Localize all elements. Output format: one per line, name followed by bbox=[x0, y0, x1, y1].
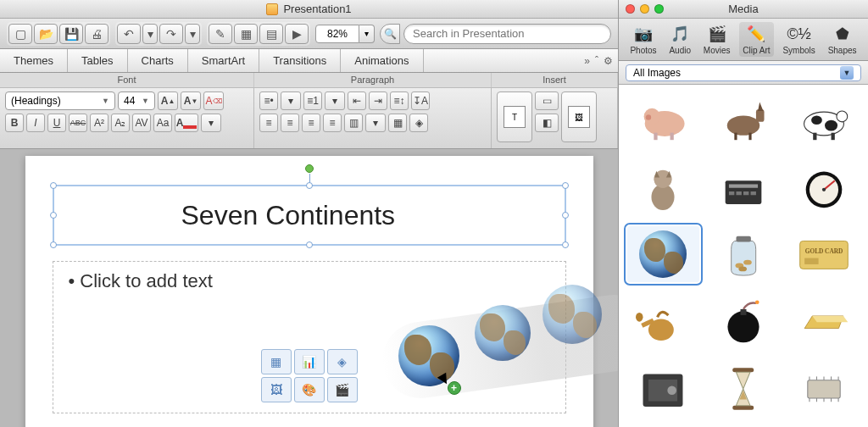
media-tab-symbols[interactable]: ©½Symbols bbox=[779, 22, 818, 57]
clip-globe[interactable] bbox=[627, 226, 699, 282]
globe-dragging[interactable] bbox=[398, 325, 459, 386]
insert-media-icon[interactable]: 🎬 bbox=[327, 377, 358, 402]
clip-watering-can[interactable] bbox=[627, 294, 699, 350]
italic-button[interactable]: I bbox=[26, 114, 45, 132]
tabs-overflow[interactable]: » bbox=[584, 55, 590, 67]
decrease-indent-button[interactable]: ⇤ bbox=[348, 92, 366, 110]
align-left-button[interactable]: ≡ bbox=[259, 114, 278, 132]
insert-chart-icon[interactable]: 📊 bbox=[294, 349, 325, 374]
tab-animations[interactable]: Animations bbox=[341, 49, 423, 72]
tab-charts[interactable]: Charts bbox=[128, 49, 188, 72]
superscript-button[interactable]: A² bbox=[90, 114, 108, 132]
insert-picture-icon[interactable]: 🖼 bbox=[261, 377, 292, 402]
increase-indent-button[interactable]: ⇥ bbox=[369, 92, 387, 110]
align-center-button[interactable]: ≡ bbox=[281, 114, 299, 132]
zoom-window-button[interactable] bbox=[654, 4, 664, 14]
open-button[interactable]: 📂 bbox=[34, 24, 58, 44]
font-family-combo[interactable]: (Headings)▼ bbox=[5, 92, 115, 110]
tab-transitions[interactable]: Transitions bbox=[259, 49, 341, 72]
zoom-input[interactable] bbox=[315, 25, 359, 43]
clip-donkey[interactable] bbox=[708, 92, 780, 147]
resize-handle[interactable] bbox=[562, 241, 569, 248]
print-button[interactable]: 🖨 bbox=[85, 24, 108, 44]
media-tab-movies[interactable]: 🎬Movies bbox=[700, 22, 734, 57]
change-case-button[interactable]: Aa bbox=[153, 114, 172, 132]
resize-handle[interactable] bbox=[562, 212, 569, 219]
justify-button[interactable]: ≡ bbox=[323, 114, 342, 132]
clip-safe[interactable] bbox=[627, 361, 699, 417]
minimize-window-button[interactable] bbox=[640, 4, 649, 14]
grow-font-button[interactable]: A▲ bbox=[158, 92, 178, 110]
clip-gold-bar[interactable] bbox=[787, 294, 860, 350]
slide[interactable]: Seven Continents Click to add text ▦ 📊 ◈… bbox=[25, 156, 593, 427]
search-icon[interactable]: 🔍 bbox=[380, 24, 400, 44]
text-direction-button[interactable]: ↧A bbox=[411, 92, 430, 110]
clip-cash-register[interactable] bbox=[708, 159, 780, 215]
view-button[interactable]: ▦ bbox=[234, 24, 258, 44]
new-doc-button[interactable]: ▢ bbox=[8, 24, 32, 44]
ribbon-settings-icon[interactable]: ⚙ bbox=[604, 55, 613, 67]
resize-handle[interactable] bbox=[50, 182, 57, 189]
bullets-dropdown[interactable]: ▾ bbox=[281, 92, 301, 110]
smartart-convert-button[interactable]: ◈ bbox=[409, 114, 428, 132]
font-color-dropdown[interactable]: ▾ bbox=[201, 114, 221, 132]
media-tab-audio[interactable]: 🎵Audio bbox=[665, 22, 694, 57]
zoom-dropdown[interactable]: ▾ bbox=[359, 25, 375, 43]
columns-dropdown[interactable]: ▾ bbox=[365, 114, 386, 132]
redo-dropdown[interactable]: ▾ bbox=[185, 24, 200, 44]
zoom-control[interactable]: ▾ bbox=[315, 25, 375, 43]
clip-cpu-chip[interactable] bbox=[787, 361, 860, 417]
font-color-button[interactable]: A bbox=[175, 114, 198, 132]
clip-cat[interactable] bbox=[627, 159, 699, 215]
clip-gauge[interactable] bbox=[787, 159, 860, 215]
insert-shape-button[interactable]: ▭ bbox=[535, 92, 559, 110]
body-placeholder-text[interactable]: Click to add text bbox=[69, 270, 550, 292]
slideshow-button[interactable]: ▶ bbox=[285, 24, 309, 44]
clip-pig[interactable] bbox=[627, 92, 699, 147]
tab-themes[interactable]: Themes bbox=[0, 49, 68, 72]
resize-handle[interactable] bbox=[306, 182, 313, 189]
font-size-combo[interactable]: 44▼ bbox=[118, 92, 155, 110]
redo-button[interactable]: ↷ bbox=[159, 24, 183, 44]
line-spacing-button[interactable]: ≡↕ bbox=[390, 92, 409, 110]
rotate-handle[interactable] bbox=[305, 164, 314, 173]
align-text-button[interactable]: ▦ bbox=[388, 114, 407, 132]
insert-smartart-icon[interactable]: ◈ bbox=[327, 349, 358, 374]
insert-table-icon[interactable]: ▦ bbox=[261, 349, 292, 374]
slide-canvas[interactable]: Seven Continents Click to add text ▦ 📊 ◈… bbox=[0, 149, 618, 427]
clip-cow[interactable] bbox=[787, 92, 860, 147]
align-right-button[interactable]: ≡ bbox=[302, 114, 320, 132]
save-button[interactable]: 💾 bbox=[59, 24, 83, 44]
tab-smartart[interactable]: SmartArt bbox=[188, 49, 259, 72]
insert-arrange-button[interactable]: ◧ bbox=[535, 114, 559, 132]
clear-format-button[interactable]: A⌫ bbox=[203, 92, 224, 110]
columns-button[interactable]: ▥ bbox=[344, 114, 363, 132]
char-spacing-button[interactable]: AV bbox=[132, 114, 151, 132]
strike-button[interactable]: ABC bbox=[69, 114, 87, 132]
clipart-grid[interactable]: GOLD CARD bbox=[619, 85, 868, 427]
resize-handle[interactable] bbox=[562, 182, 569, 189]
layout-button[interactable]: ▤ bbox=[259, 24, 283, 44]
clip-jar-coins[interactable] bbox=[708, 226, 780, 282]
undo-dropdown[interactable]: ▾ bbox=[142, 24, 158, 44]
media-filter-select[interactable]: All Images ▼ bbox=[626, 64, 861, 81]
shrink-font-button[interactable]: A▼ bbox=[181, 92, 201, 110]
resize-handle[interactable] bbox=[50, 241, 57, 248]
slide-title-text[interactable]: Seven Continents bbox=[54, 200, 396, 231]
clip-hourglass[interactable] bbox=[708, 361, 780, 417]
format-painter-button[interactable]: ✎ bbox=[209, 24, 232, 44]
undo-button[interactable]: ↶ bbox=[117, 24, 141, 44]
numbering-dropdown[interactable]: ▾ bbox=[325, 92, 345, 110]
media-tab-shapes[interactable]: ⬟Shapes bbox=[825, 22, 860, 57]
numbering-button[interactable]: ≡1 bbox=[303, 92, 322, 110]
search-input[interactable] bbox=[403, 24, 611, 44]
media-tab-clipart[interactable]: ✏️Clip Art bbox=[739, 22, 773, 57]
insert-clipart-icon[interactable]: 🎨 bbox=[294, 377, 325, 402]
clip-bomb[interactable] bbox=[708, 294, 780, 350]
bullets-button[interactable]: ≡• bbox=[259, 92, 278, 110]
clip-gold-card[interactable]: GOLD CARD bbox=[787, 226, 860, 282]
title-placeholder[interactable]: Seven Continents bbox=[53, 185, 566, 246]
tab-tables[interactable]: Tables bbox=[68, 49, 128, 72]
media-tab-photos[interactable]: 📷Photos bbox=[626, 22, 659, 57]
resize-handle[interactable] bbox=[50, 212, 57, 219]
